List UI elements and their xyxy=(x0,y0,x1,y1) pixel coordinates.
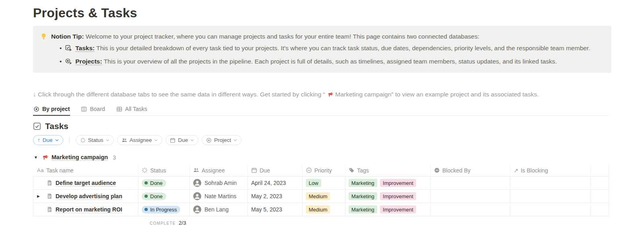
group-collapse-toggle[interactable]: ▼ xyxy=(33,155,39,160)
priority-badge: Medium xyxy=(306,205,330,213)
table-header-row: Aa Task name Status Assignee xyxy=(33,164,609,176)
blocked-by-cell[interactable] xyxy=(431,176,510,190)
tip-label: Notion Tip: xyxy=(51,33,84,40)
tip-text: Notion Tip: Welcome to your project trac… xyxy=(51,33,479,41)
row-expand-toggle[interactable]: ▶ xyxy=(37,194,40,198)
column-header-task-name[interactable]: Aa Task name xyxy=(33,164,138,176)
database-title: Tasks xyxy=(45,121,68,131)
filter-pill-status[interactable]: Status xyxy=(76,135,114,145)
checkbox-icon xyxy=(33,122,41,130)
filter-pill-assignee[interactable]: Assignee xyxy=(117,135,163,145)
column-header-priority[interactable]: Priority xyxy=(303,164,345,176)
table-row: ▶ Develop advertising plan Done Nate Mar… xyxy=(33,190,609,203)
assignee-name: Sohrab Amin xyxy=(204,180,237,186)
tags-cell[interactable]: Marketing Improvement xyxy=(345,203,431,216)
tip-bullet-projects: • Projects: This is your overview of all… xyxy=(60,57,604,66)
lightbulb-icon xyxy=(40,33,47,40)
status-cell[interactable]: In Progress xyxy=(138,203,190,216)
tab-board[interactable]: Board xyxy=(80,103,105,115)
view-tabs: By project Board All Tasks xyxy=(33,103,609,116)
chevron-down-icon xyxy=(233,139,237,142)
priority-cell[interactable]: Low xyxy=(303,176,345,190)
due-cell[interactable]: May 5, 2023 xyxy=(248,203,303,216)
filter-pill-due[interactable]: Due xyxy=(165,135,198,145)
page-icon xyxy=(46,193,53,199)
megaphone-icon xyxy=(327,92,333,98)
task-title-link[interactable]: Report on marketing ROI xyxy=(56,206,122,213)
tab-all-tasks[interactable]: All Tasks xyxy=(116,103,148,115)
status-dot xyxy=(144,208,148,211)
status-dot xyxy=(144,195,148,198)
column-header-is-blocking[interactable]: ↗ Is Blocking xyxy=(510,164,591,176)
priority-cell[interactable]: Medium xyxy=(303,203,345,216)
tasks-link[interactable]: Tasks: xyxy=(75,45,95,52)
task-title-link[interactable]: Define target audience xyxy=(56,180,116,187)
priority-cell[interactable]: Medium xyxy=(303,190,345,203)
extra-cell xyxy=(591,176,609,190)
tip-bullet-tasks: • Tasks: This is your detailed breakdown… xyxy=(60,44,604,52)
status-dot xyxy=(144,181,148,185)
sort-pill-due[interactable]: ↑ Due xyxy=(33,135,63,145)
group-header: ▼ Marketing campaign 3 xyxy=(33,154,611,161)
task-name-cell[interactable]: ▶ Develop advertising plan xyxy=(33,190,138,203)
assignee-cell[interactable]: Sohrab Amin xyxy=(190,176,248,190)
extra-cell xyxy=(591,203,609,216)
tag-badge: Marketing xyxy=(349,205,377,213)
assignee-name: Ben Lang xyxy=(204,206,229,213)
column-header-blocked-by[interactable]: Blocked By xyxy=(431,164,510,176)
status-cell[interactable]: Done xyxy=(138,176,190,190)
due-cell[interactable]: April 24, 2023 xyxy=(248,176,303,190)
is-blocking-cell[interactable] xyxy=(510,176,591,190)
filter-bar: ↑ Due Status Assignee xyxy=(33,135,611,145)
column-header-assignee[interactable]: Assignee xyxy=(190,164,248,176)
priority-badge: Medium xyxy=(306,192,330,200)
people-icon xyxy=(193,167,199,173)
tags-cell[interactable]: Marketing Improvement xyxy=(345,176,431,190)
tag-badge: Improvement xyxy=(380,205,416,213)
status-calculation[interactable]: COMPLETE 2/3 xyxy=(150,220,611,226)
tag-icon xyxy=(349,167,355,173)
is-blocking-cell[interactable] xyxy=(510,190,591,203)
task-title-link[interactable]: Develop advertising plan xyxy=(56,193,122,200)
task-name-cell[interactable]: Report on marketing ROI xyxy=(33,203,138,216)
assignee-cell[interactable]: Nate Martins xyxy=(190,190,248,203)
avatar xyxy=(193,192,201,200)
select-property-icon xyxy=(306,167,312,173)
status-spinner-icon xyxy=(80,137,86,143)
database-heading: Tasks xyxy=(33,121,611,131)
bullet-icon: • xyxy=(60,57,62,66)
projects-link[interactable]: Projects: xyxy=(75,58,102,65)
is-blocking-cell[interactable] xyxy=(510,203,591,216)
status-cell[interactable]: Done xyxy=(138,190,190,203)
filter-pill-project[interactable]: Project xyxy=(202,135,242,145)
assignee-cell[interactable]: Ben Lang xyxy=(190,203,248,216)
group-title-link[interactable]: Marketing campaign xyxy=(52,154,108,161)
due-cell[interactable]: May 2, 2023 xyxy=(248,190,303,203)
people-icon xyxy=(122,137,127,143)
avatar xyxy=(193,205,201,213)
status-spinner-icon xyxy=(142,167,148,173)
megaphone-icon xyxy=(42,154,48,161)
chevron-down-icon xyxy=(55,139,59,142)
task-name-cell[interactable]: Define target audience xyxy=(33,176,138,190)
arrow-up-right-icon: ↗ xyxy=(514,167,518,174)
avatar xyxy=(193,179,201,187)
tab-by-project[interactable]: By project xyxy=(33,103,70,116)
column-header-tags[interactable]: Tags xyxy=(345,164,431,176)
notion-page: Projects & Tasks Notion Tip: Welcome to … xyxy=(33,0,611,226)
column-header-status[interactable]: Status xyxy=(138,164,190,176)
table-row: Define target audience Done Sohrab Amin … xyxy=(33,176,609,190)
blocked-by-cell[interactable] xyxy=(431,190,510,203)
page-title: Projects & Tasks xyxy=(33,6,611,21)
chevron-down-icon xyxy=(190,139,194,142)
tags-cell[interactable]: Marketing Improvement xyxy=(345,190,431,203)
tasks-table: Aa Task name Status Assignee xyxy=(33,164,609,216)
sort-ascending-icon: ↑ xyxy=(37,137,40,143)
column-header-due[interactable]: Due xyxy=(248,164,303,176)
calc-label: COMPLETE xyxy=(150,221,176,226)
tag-badge: Marketing xyxy=(349,192,377,200)
tag-badge: Improvement xyxy=(380,179,416,187)
board-icon xyxy=(81,106,87,112)
blocked-by-cell[interactable] xyxy=(431,203,510,216)
tasks-database-icon xyxy=(65,45,72,51)
